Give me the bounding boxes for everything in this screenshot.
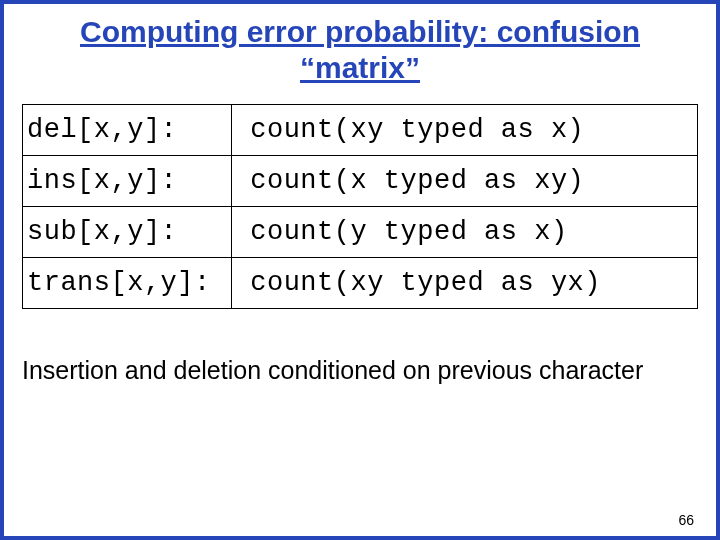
cell-value: count(x typed as xy) (232, 156, 698, 207)
table-row: trans[x,y]: count(xy typed as yx) (23, 258, 698, 309)
page-number: 66 (678, 512, 694, 528)
slide-note: Insertion and deletion conditioned on pr… (22, 347, 698, 393)
slide-title: Computing error probability: confusion “… (22, 14, 698, 86)
cell-key: trans[x,y]: (23, 258, 232, 309)
slide: Computing error probability: confusion “… (4, 4, 716, 536)
cell-value: count(xy typed as x) (232, 105, 698, 156)
cell-value: count(xy typed as yx) (232, 258, 698, 309)
table-row: sub[x,y]: count(y typed as x) (23, 207, 698, 258)
cell-key: ins[x,y]: (23, 156, 232, 207)
table-row: ins[x,y]: count(x typed as xy) (23, 156, 698, 207)
cell-value: count(y typed as x) (232, 207, 698, 258)
confusion-matrix-table: del[x,y]: count(xy typed as x) ins[x,y]:… (22, 104, 698, 309)
cell-key: del[x,y]: (23, 105, 232, 156)
cell-key: sub[x,y]: (23, 207, 232, 258)
table-row: del[x,y]: count(xy typed as x) (23, 105, 698, 156)
